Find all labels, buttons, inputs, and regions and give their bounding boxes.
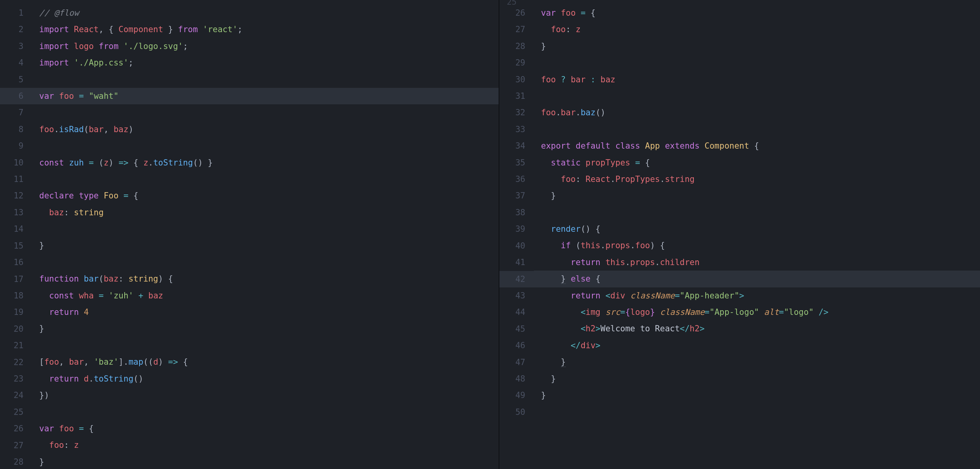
line-number: 10 xyxy=(0,155,32,171)
token: foo xyxy=(541,75,556,84)
code-line[interactable]: } xyxy=(32,454,499,469)
token xyxy=(581,158,586,167)
token: ) xyxy=(158,357,168,367)
code-line[interactable]: static propTypes = { xyxy=(534,155,980,171)
token: return xyxy=(571,258,601,267)
line-gutter-left[interactable]: 1234567891011121314151617181920212223242… xyxy=(0,0,32,469)
code-line[interactable]: if (this.props.foo) { xyxy=(534,237,980,254)
token xyxy=(541,25,551,34)
code-line[interactable]: foo: React.PropTypes.string xyxy=(534,171,980,187)
code-line[interactable]: }) xyxy=(32,387,499,404)
code-line[interactable]: } xyxy=(534,354,980,370)
code-line[interactable]: <img src={logo} className="App-logo" alt… xyxy=(534,304,980,320)
token: var xyxy=(39,91,54,101)
code-line[interactable] xyxy=(32,404,499,420)
line-number: 23 xyxy=(0,371,32,387)
code-line[interactable]: import logo from './logo.svg'; xyxy=(32,38,499,55)
code-line[interactable]: return d.toString() xyxy=(32,371,499,387)
token xyxy=(590,274,595,284)
line-number: 42 xyxy=(499,271,534,287)
code-line[interactable]: return this.props.children xyxy=(534,254,980,271)
token xyxy=(39,291,49,300)
code-line[interactable]: } xyxy=(32,237,499,254)
code-line[interactable]: var foo = { xyxy=(32,420,499,437)
code-area-right[interactable]: var foo = { foo: z}foo ? bar : bazfoo.ba… xyxy=(534,0,980,469)
code-line[interactable]: foo.isRad(bar, baz) xyxy=(32,121,499,138)
code-area-left[interactable]: // @flowimport React, { Component } from… xyxy=(32,0,499,469)
code-line[interactable]: import './App.css'; xyxy=(32,55,499,71)
split-editor: 1234567891011121314151617181920212223242… xyxy=(0,0,980,469)
code-line[interactable] xyxy=(534,204,980,221)
token xyxy=(39,208,49,217)
code-line[interactable]: foo: z xyxy=(32,437,499,453)
token xyxy=(541,341,571,350)
code-line[interactable]: } xyxy=(534,38,980,55)
code-line[interactable]: // @flow xyxy=(32,5,499,21)
code-line[interactable] xyxy=(32,71,499,88)
token xyxy=(84,91,89,101)
line-gutter-right[interactable]: 25 2627282930313233343536373839404142434… xyxy=(499,0,534,469)
token: App xyxy=(645,141,660,151)
line-number: 38 xyxy=(499,204,534,221)
token: ? xyxy=(561,75,566,84)
code-line[interactable]: return 4 xyxy=(32,304,499,320)
code-line[interactable] xyxy=(32,221,499,237)
code-line[interactable]: const wha = 'zuh' + baz xyxy=(32,287,499,304)
code-line[interactable] xyxy=(534,88,980,104)
code-line[interactable] xyxy=(32,138,499,154)
editor-pane-right[interactable]: 25 2627282930313233343536373839404142434… xyxy=(499,0,980,469)
token: = xyxy=(581,8,586,18)
code-line[interactable]: foo: z xyxy=(534,21,980,38)
code-line[interactable] xyxy=(32,171,499,187)
code-line[interactable]: declare type Foo = { xyxy=(32,187,499,204)
code-line[interactable] xyxy=(534,404,980,420)
code-line[interactable]: } xyxy=(32,320,499,337)
code-line[interactable]: foo.bar.baz() xyxy=(534,104,980,121)
token: d xyxy=(153,357,158,367)
token: }) xyxy=(39,391,49,400)
code-line[interactable]: [foo, bar, 'baz'].map((d) => { xyxy=(32,354,499,370)
token: , xyxy=(103,125,113,134)
token: 'zuh' xyxy=(109,291,133,300)
token: React xyxy=(74,25,99,34)
editor-pane-left[interactable]: 1234567891011121314151617181920212223242… xyxy=(0,0,499,469)
code-line[interactable]: import React, { Component } from 'react'… xyxy=(32,21,499,38)
token: import xyxy=(39,25,69,34)
token xyxy=(595,75,601,84)
token: map xyxy=(129,357,143,367)
token: foo xyxy=(59,91,74,101)
token: baz xyxy=(148,291,163,300)
code-line[interactable]: <h2>Welcome to React</h2> xyxy=(534,320,980,337)
code-line[interactable]: } xyxy=(534,187,980,204)
token xyxy=(103,291,109,300)
code-line[interactable]: baz: string xyxy=(32,204,499,221)
code-line[interactable] xyxy=(32,254,499,271)
code-line[interactable]: const zuh = (z) => { z.toString() } xyxy=(32,155,499,171)
token: = xyxy=(779,307,784,317)
code-line[interactable] xyxy=(534,55,980,71)
code-line[interactable]: var foo = { xyxy=(534,5,980,21)
token: ]. xyxy=(118,357,128,367)
code-line[interactable]: </div> xyxy=(534,337,980,354)
code-line[interactable] xyxy=(32,104,499,121)
code-line[interactable]: render() { xyxy=(534,221,980,237)
token: React xyxy=(586,175,610,184)
code-line[interactable]: export default class App extends Compone… xyxy=(534,138,980,154)
code-line[interactable]: } xyxy=(534,387,980,404)
token: 'react' xyxy=(203,25,238,34)
code-line[interactable]: var foo = "waht" xyxy=(32,88,499,104)
code-line[interactable]: } else { xyxy=(534,271,980,287)
code-line[interactable]: } xyxy=(534,371,980,387)
code-line[interactable]: function bar(baz: string) { xyxy=(32,271,499,287)
token: > xyxy=(595,324,601,333)
code-line[interactable] xyxy=(534,121,980,138)
line-number: 4 xyxy=(0,55,32,71)
line-number: 48 xyxy=(499,371,534,387)
code-line[interactable] xyxy=(32,337,499,354)
token xyxy=(64,158,69,167)
code-line[interactable]: foo ? bar : baz xyxy=(534,71,980,88)
token: . xyxy=(625,258,630,267)
code-line[interactable]: return <div className="App-header"> xyxy=(534,287,980,304)
token: . xyxy=(655,258,660,267)
token: d xyxy=(84,374,89,384)
